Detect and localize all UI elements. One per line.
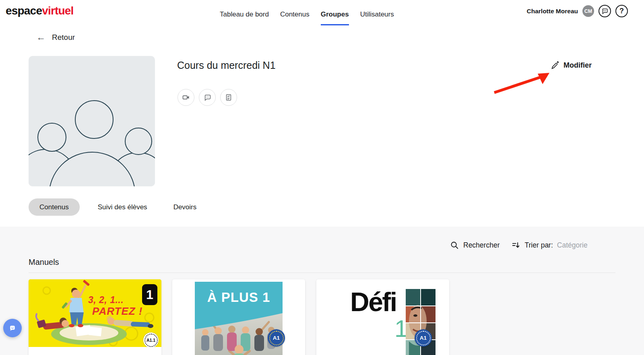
- section-divider: [29, 272, 615, 273]
- group-tabs: Contenus Suivi des élèves Devoirs: [29, 198, 204, 216]
- sort-control[interactable]: Trier par: Catégorie: [512, 241, 587, 250]
- support-chat-launcher[interactable]: [3, 319, 22, 337]
- nav-contenus[interactable]: Contenus: [280, 10, 310, 25]
- video-camera-icon: [182, 93, 190, 101]
- user-name[interactable]: Charlotte Moreau: [527, 8, 578, 15]
- book-title-line2: PARTEZ !: [92, 305, 142, 318]
- tab-suivi-des-eleves[interactable]: Suivi des élèves: [90, 198, 155, 216]
- top-header: espacevirtuel Tableau de bord Contenus G…: [0, 0, 644, 25]
- section-title-manuels: Manuels: [29, 258, 59, 267]
- nav-groupes[interactable]: Groupes: [321, 10, 349, 25]
- tab-contenus[interactable]: Contenus: [29, 198, 80, 216]
- help-button[interactable]: ?: [615, 5, 628, 17]
- sort-value: Catégorie: [557, 241, 588, 250]
- group-cover-placeholder: [29, 56, 155, 186]
- level-badge: A1: [415, 329, 432, 347]
- star-ring: [269, 331, 284, 345]
- book-cover-321-partez: 3, 2, 1... PARTEZ ! 1 A1.1: [29, 279, 161, 347]
- group-report-button[interactable]: [220, 89, 237, 106]
- nav-utilisateurs[interactable]: Utilisateurs: [360, 10, 394, 25]
- back-label: Retour: [52, 33, 75, 42]
- book-card-defi-1[interactable]: Défi 1: [316, 279, 449, 355]
- tab-devoirs[interactable]: Devoirs: [165, 198, 205, 216]
- sort-label: Trier par:: [524, 241, 553, 250]
- brand-logo[interactable]: espacevirtuel: [6, 4, 74, 17]
- book-title-line1: 3, 2, 1...: [88, 295, 124, 305]
- speech-bubble-icon: [203, 93, 211, 101]
- book-title: Défi: [350, 287, 396, 317]
- chat-launcher-icon: [8, 323, 17, 333]
- back-arrow-icon: ←: [36, 33, 45, 42]
- user-area: Charlotte Moreau CM ?: [527, 5, 628, 17]
- search-button[interactable]: Rechercher: [450, 241, 500, 250]
- speech-bubble-icon: [601, 8, 608, 14]
- page-title: Cours du mercredi N1: [177, 60, 276, 71]
- level-badge: A1: [268, 329, 285, 347]
- contents-toolbar: Rechercher Trier par: Catégorie: [450, 239, 588, 252]
- user-avatar[interactable]: CM: [582, 5, 594, 17]
- group-chat-button[interactable]: [199, 89, 216, 106]
- book-card-a-plus-1[interactable]: À PLUS 1 A1: [172, 279, 305, 355]
- question-mark-icon: ?: [619, 7, 624, 15]
- brand-logo-part2: virtuel: [42, 4, 73, 17]
- page: espacevirtuel Tableau de bord Contenus G…: [0, 0, 644, 355]
- pencil-icon: [551, 61, 559, 70]
- report-notes-icon: [225, 93, 233, 101]
- sort-icon: [512, 241, 520, 250]
- group-action-buttons: [178, 89, 237, 106]
- group-people-icon: [29, 56, 155, 186]
- edit-button[interactable]: Modifier: [551, 61, 592, 70]
- book-card-321-partez[interactable]: 3, 2, 1... PARTEZ ! 1 A1.1: [29, 279, 161, 355]
- video-call-button[interactable]: [178, 89, 194, 106]
- book-title: À PLUS 1: [195, 290, 283, 305]
- volume-badge: 1: [142, 284, 157, 305]
- back-button[interactable]: ← Retour: [36, 33, 75, 42]
- search-label: Rechercher: [463, 241, 500, 250]
- star-ring: [144, 334, 158, 347]
- annotation-arrow: [488, 68, 556, 98]
- book-cover-a-plus-1: À PLUS 1: [195, 282, 283, 355]
- main-nav: Tableau de bord Contenus Groupes Utilisa…: [220, 10, 394, 25]
- level-badge: A1.1: [143, 332, 159, 347]
- search-icon: [450, 241, 459, 250]
- star-ring: [416, 331, 431, 345]
- messages-button[interactable]: [599, 5, 611, 17]
- brand-logo-part1: espace: [6, 4, 42, 17]
- nav-tableau-de-bord[interactable]: Tableau de bord: [220, 10, 269, 25]
- edit-label: Modifier: [564, 61, 592, 70]
